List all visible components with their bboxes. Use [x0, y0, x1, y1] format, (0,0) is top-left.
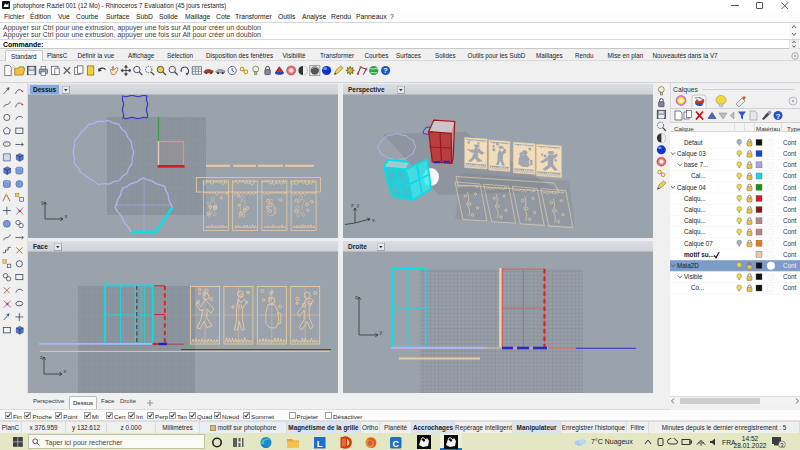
- svg-text:Visible: Visible: [684, 273, 703, 280]
- svg-text:?: ?: [383, 66, 388, 75]
- svg-text:y: y: [41, 199, 44, 205]
- svg-text:y: y: [357, 202, 360, 208]
- svg-text:Cont: Cont: [783, 194, 797, 201]
- svg-text:Cont: Cont: [783, 150, 797, 157]
- svg-text:Cont: Cont: [783, 262, 797, 269]
- svg-text:Calque 07: Calque 07: [684, 239, 713, 247]
- svg-text:Cont: Cont: [783, 273, 797, 280]
- svg-text:Calqu...: Calqu...: [684, 194, 706, 202]
- svg-text:Cont: Cont: [783, 239, 797, 246]
- svg-text:Calqu...: Calqu...: [684, 217, 706, 225]
- svg-text:Cont: Cont: [783, 284, 797, 291]
- svg-text:Cont: Cont: [783, 172, 797, 179]
- svg-text:base 7...: base 7...: [684, 161, 708, 168]
- svg-text:Cont: Cont: [783, 161, 797, 168]
- svg-text:Cont: Cont: [783, 228, 797, 235]
- svg-text:Cont: Cont: [783, 138, 797, 145]
- svg-text:z: z: [351, 202, 354, 208]
- svg-text:x: x: [64, 368, 67, 374]
- svg-text:Défaut: Défaut: [684, 138, 703, 145]
- svg-text:Cal...: Cal...: [691, 172, 706, 179]
- svg-text:Calque 03: Calque 03: [677, 150, 706, 158]
- svg-text:Calque 04: Calque 04: [677, 183, 706, 191]
- svg-text:Cont: Cont: [783, 206, 797, 213]
- svg-text:x: x: [65, 213, 68, 219]
- svg-text:?: ?: [776, 112, 781, 121]
- svg-text:y: y: [380, 329, 383, 335]
- svg-text:z: z: [355, 294, 358, 300]
- svg-text:z: z: [40, 354, 43, 360]
- svg-text:x: x: [372, 217, 375, 223]
- svg-text:Cont: Cont: [783, 250, 797, 257]
- svg-text:Calqu...: Calqu...: [684, 206, 706, 214]
- svg-text:Maia2D: Maia2D: [677, 262, 699, 269]
- svg-text:L: L: [317, 437, 323, 448]
- svg-text:Cont: Cont: [783, 217, 797, 224]
- svg-text:C: C: [392, 438, 399, 448]
- svg-text:Calqu...: Calqu...: [684, 228, 706, 236]
- svg-text:Cont: Cont: [783, 183, 797, 190]
- svg-text:Co...: Co...: [691, 284, 705, 291]
- svg-text:motif su...: motif su...: [684, 250, 714, 257]
